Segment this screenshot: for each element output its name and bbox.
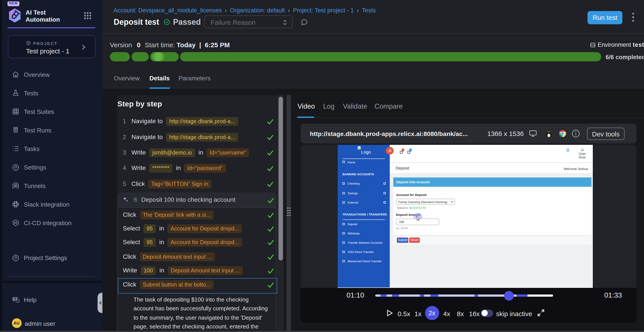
svg-text:?: ? [14,297,16,301]
